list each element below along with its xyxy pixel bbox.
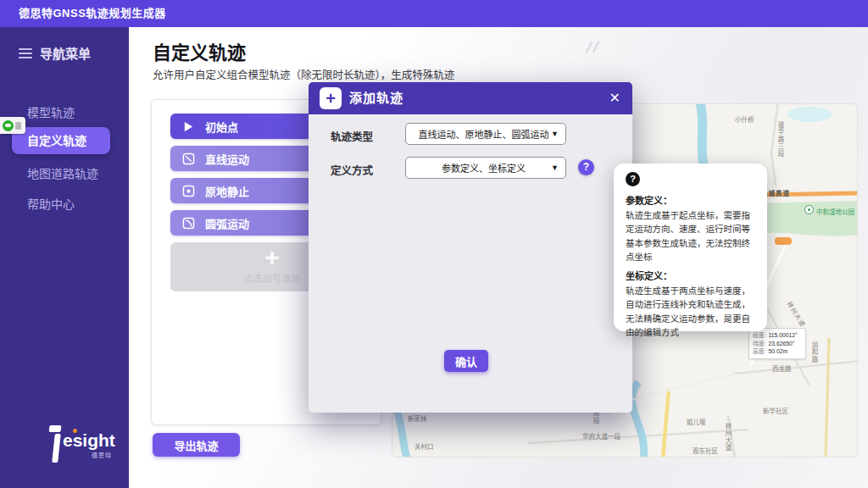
hamburger-icon[interactable] <box>19 48 32 58</box>
modal-plus-icon: + <box>320 87 342 109</box>
floating-widget[interactable] <box>0 117 25 134</box>
logo-dot-icon <box>73 429 77 433</box>
add-track-modal: + 添加轨迹 ✕ 轨迹类型 直线运动、原地静止、圆弧运动 ▼ 定义方式 参数定义… <box>309 82 632 413</box>
line-motion-icon <box>182 152 195 165</box>
page-subtitle: 允许用户自定义组合模型轨迹（除无限时长轨迹），生成特殊轨迹 <box>153 66 454 82</box>
tooltip-heading: 参数定义： <box>626 193 755 207</box>
logo-text: esight <box>63 430 115 451</box>
app-window: 德思特GNSS轨迹规划生成器 导航菜单 模型轨迹 自定义轨迹 地图道路轨迹 帮助… <box>0 0 868 488</box>
coord-label: 纬度: <box>753 340 765 348</box>
logo-mark-icon <box>47 425 63 463</box>
question-icon: ? <box>626 172 640 186</box>
track-type-value: 直线运动、原地静止、圆弧运动 <box>416 127 551 141</box>
coordinate-box: 经度:115.00012° 纬度:23.62650° 高度:50.02m <box>748 328 806 359</box>
page-title: 自定义轨迹 <box>153 37 246 64</box>
static-icon <box>182 185 195 197</box>
help-tooltip: ? 参数定义： 轨迹生成基于起点坐标，需要指定运动方向、速度、运行时间等基本参数… <box>614 164 767 331</box>
main-content: 自定义轨迹 允许用户自定义组合模型轨迹（除无限时长轨迹），生成特殊轨迹 初始点 … <box>129 27 868 488</box>
track-item-label: 原地静止 <box>205 183 249 199</box>
logo-subtext: 德思特 <box>92 451 112 459</box>
widget-glyph-icon <box>15 122 21 130</box>
arc-motion-icon <box>182 217 195 230</box>
define-mode-value: 参数定义、坐标定义 <box>416 161 551 175</box>
sidebar-item-map-road-track[interactable]: 地图道路轨迹 <box>0 163 129 185</box>
define-mode-select[interactable]: 参数定义、坐标定义 ▼ <box>405 157 566 179</box>
coord-label: 高度: <box>753 347 765 356</box>
sidebar-item-custom-track[interactable]: 自定义轨迹 <box>12 127 110 154</box>
title-bar: 德思特GNSS轨迹规划生成器 <box>0 0 868 27</box>
modal-title: 添加轨迹 <box>349 82 403 114</box>
app-title: 德思特GNSS轨迹规划生成器 <box>19 0 166 27</box>
close-icon[interactable]: ✕ <box>609 82 620 114</box>
decorative-slashes-icon <box>581 41 604 54</box>
tooltip-body: 轨迹生成基于起点坐标，需要指定运动方向、速度、运行时间等基本参数生成轨迹，无法控… <box>626 208 755 263</box>
chevron-down-icon: ▼ <box>551 164 559 172</box>
modal-header: + 添加轨迹 ✕ <box>309 82 632 114</box>
nav-menu-title: 导航菜单 <box>40 44 91 62</box>
chevron-down-icon: ▼ <box>551 130 559 138</box>
wechat-icon <box>3 120 14 131</box>
help-icon[interactable]: ? <box>578 159 594 175</box>
track-type-label: 轨迹类型 <box>331 128 373 144</box>
coord-value: 50.02m <box>768 347 787 356</box>
track-item-label: 初始点 <box>205 119 238 135</box>
coord-value: 115.00012° <box>768 331 797 340</box>
sidebar-item-help-center[interactable]: 帮助中心 <box>0 193 129 215</box>
track-item-label: 圆弧运动 <box>205 215 249 231</box>
tooltip-heading: 坐标定义： <box>626 269 755 282</box>
track-type-select[interactable]: 直线运动、原地静止、圆弧运动 ▼ <box>405 123 566 145</box>
sidebar: 导航菜单 模型轨迹 自定义轨迹 地图道路轨迹 帮助中心 esight 德思特 <box>0 27 129 488</box>
define-mode-label: 定义方式 <box>331 162 373 178</box>
tesight-logo: esight 德思特 <box>47 419 129 473</box>
confirm-button[interactable]: 确认 <box>444 350 488 372</box>
coord-value: 23.62650° <box>768 340 794 348</box>
nav-menu-header: 导航菜单 <box>19 44 91 62</box>
tooltip-body: 轨迹生成基于两点坐标与速度，自动进行连线补充和轨迹生成，无法精确定义运动参数，是… <box>626 284 755 339</box>
park-marker-icon <box>804 205 814 214</box>
track-item-label: 直线运动 <box>205 151 249 167</box>
export-track-button[interactable]: 导出轨迹 <box>153 433 240 457</box>
road-shield-badge <box>775 237 792 245</box>
play-icon <box>182 120 195 133</box>
